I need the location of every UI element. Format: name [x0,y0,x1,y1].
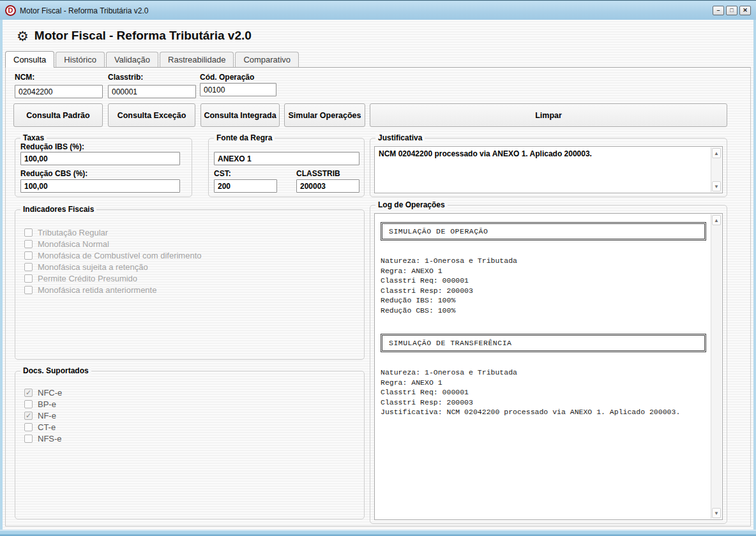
regra-input[interactable] [214,152,359,165]
checkbox-label: NF-e [38,411,56,421]
indicadores-checkbox-list: Tributação RegularMonofásica NormalMonof… [24,228,202,294]
minimize-button[interactable]: – [713,6,724,15]
log-scrollbar[interactable]: ▲ ▼ [711,214,722,519]
tab-validacao[interactable]: Validação [106,52,158,67]
checked-checkbox-icon: ✓ [24,389,33,397]
checkbox-item: BP-e [24,399,62,408]
checkbox-item: Monofásica de Combustível com diferiment… [24,251,202,260]
app-window: D Motor Fiscal - Reforma Tributária v2.0… [0,0,756,536]
group-indicadores-title: Indicadores Fiscais [20,205,96,214]
checkbox-label: NFC-e [38,388,62,398]
cod-operacao-input[interactable] [200,83,276,96]
group-docs-title: Docs. Suportados [20,366,91,375]
checkbox-label: NFS-e [38,434,62,443]
classtrib-resp-label: CLASSTRIB [296,169,340,178]
checkbox-label: Monofásica retida anteriormente [38,285,156,295]
classtrib-resp-input[interactable] [296,179,359,193]
docs-checkbox-list: ✓NFC-eBP-e✓NF-eCT-eNFS-e [24,388,62,443]
unchecked-checkbox-icon [24,423,33,431]
cst-input[interactable] [214,179,277,193]
unchecked-checkbox-icon [24,400,33,408]
reducao-cbs-input[interactable] [20,179,180,193]
group-justificativa: Justificativa NCM 02042200 processado vi… [370,138,727,197]
checkbox-item: Permite Crédito Presumido [24,274,202,283]
checkbox-item: Tributação Regular [24,228,202,237]
group-fonte-da-regra: Fonte da Regra CST: CLASSTRIB [208,138,365,197]
unchecked-checkbox-icon [24,251,33,260]
group-taxas: Taxas Redução IBS (%): Redução CBS (%): [15,138,192,197]
window-title: Motor Fiscal - Reforma Tributária v2.0 [20,6,148,15]
log-content: SIMULAÇÃO DE OPERAÇÃONatureza: 1-Onerosa… [375,214,710,519]
unchecked-checkbox-icon [24,228,33,237]
log-section-header: SIMULAÇÃO DE TRANSFERÊNCIA [381,334,706,352]
justificativa-text: NCM 02042200 processado via ANEXO 1. Apl… [379,149,707,158]
checkbox-item: ✓NF-e [24,411,62,420]
ncm-label: NCM: [15,73,34,82]
checkbox-label: Permite Crédito Presumido [38,274,137,283]
tab-bar: ConsultaHistóricoValidaçãoRastreabilidad… [5,51,299,67]
tab-panel-consulta: NCM: Classtrib: Cód. Operação Consulta P… [5,67,751,526]
checkbox-label: Monofásica Normal [38,239,109,249]
unchecked-checkbox-icon [24,274,33,283]
reducao-cbs-label: Redução CBS (%): [20,169,87,178]
group-taxas-title: Taxas [20,133,47,142]
checkbox-label: BP-e [38,399,56,409]
window-frame-bottom [0,530,756,536]
close-button[interactable]: ✕ [739,6,751,15]
checkbox-item: CT-e [24,422,62,431]
checked-checkbox-icon: ✓ [24,412,33,420]
titlebar: D Motor Fiscal - Reforma Tributária v2.0… [0,1,756,20]
tab-historico[interactable]: Histórico [56,52,105,67]
consulta-padrao-button[interactable]: Consulta Padrão [13,103,103,127]
group-log-operacoes: Log de Operações SIMULAÇÃO DE OPERAÇÃONa… [370,205,727,524]
checkbox-label: Monofásica de Combustível com diferiment… [38,251,202,260]
tab-comparativo[interactable]: Comparativo [235,52,299,67]
classtrib-label: Classtrib: [108,73,143,82]
justificativa-textarea: NCM 02042200 processado via ANEXO 1. Apl… [374,146,723,193]
group-docs-suportados: Docs. Suportados ✓NFC-eBP-e✓NF-eCT-eNFS-… [15,371,365,519]
gear-icon: ⚙ [17,29,29,43]
cod-operacao-label: Cód. Operação [200,73,254,82]
app-header: ⚙ Motor Fiscal - Reforma Tributária v2.0 [17,29,252,43]
log-textarea: SIMULAÇÃO DE OPERAÇÃONatureza: 1-Onerosa… [374,213,723,520]
group-indicadores-fiscais: Indicadores Fiscais Tributação RegularMo… [15,209,365,360]
consulta-excecao-button[interactable]: Consulta Exceção [108,103,195,127]
scroll-up-icon[interactable]: ▲ [712,215,721,225]
justificativa-scrollbar[interactable]: ▲ ▼ [711,147,722,192]
cst-label: CST: [214,169,231,178]
checkbox-item: Monofásica retida anteriormente [24,285,202,294]
scroll-up-icon[interactable]: ▲ [712,148,721,158]
group-fonte-title: Fonte da Regra [214,133,275,142]
ncm-input[interactable] [15,85,103,98]
page-title: Motor Fiscal - Reforma Tributária v2.0 [34,29,252,43]
log-section-lines: Natureza: 1-Onerosa e Tributada Regra: A… [381,368,706,417]
unchecked-checkbox-icon [24,435,33,443]
log-section-lines: Natureza: 1-Onerosa e Tributada Regra: A… [381,256,706,315]
unchecked-checkbox-icon [24,263,33,271]
checkbox-label: CT-e [38,422,56,432]
checkbox-item: ✓NFC-e [24,388,62,397]
unchecked-checkbox-icon [24,286,33,294]
tab-rastreabilidade[interactable]: Rastreabilidade [160,52,234,67]
checkbox-label: Tributação Regular [38,228,108,237]
reducao-ibs-input[interactable] [20,152,180,165]
scroll-down-icon[interactable]: ▼ [712,181,721,191]
checkbox-item: Monofásica Normal [24,239,202,248]
window-controls: – □ ✕ [713,6,751,15]
simular-operacoes-button[interactable]: Simular Operações [284,103,365,127]
log-section-header: SIMULAÇÃO DE OPERAÇÃO [381,222,706,241]
client-area: ⚙ Motor Fiscal - Reforma Tributária v2.0… [3,20,753,530]
checkbox-item: NFS-e [24,434,62,443]
tab-consulta[interactable]: Consulta [5,51,54,68]
unchecked-checkbox-icon [24,240,33,248]
scroll-down-icon[interactable]: ▼ [712,508,721,518]
limpar-button[interactable]: Limpar [370,103,727,127]
group-justificativa-title: Justificativa [375,133,425,142]
maximize-button[interactable]: □ [726,6,737,15]
app-icon: D [5,5,16,16]
group-log-title: Log de Operações [375,200,448,209]
consulta-integrada-button[interactable]: Consulta Integrada [200,103,280,127]
checkbox-label: Monofásica sujeita a retenção [38,262,148,272]
checkbox-item: Monofásica sujeita a retenção [24,262,202,271]
classtrib-input[interactable] [108,85,196,98]
